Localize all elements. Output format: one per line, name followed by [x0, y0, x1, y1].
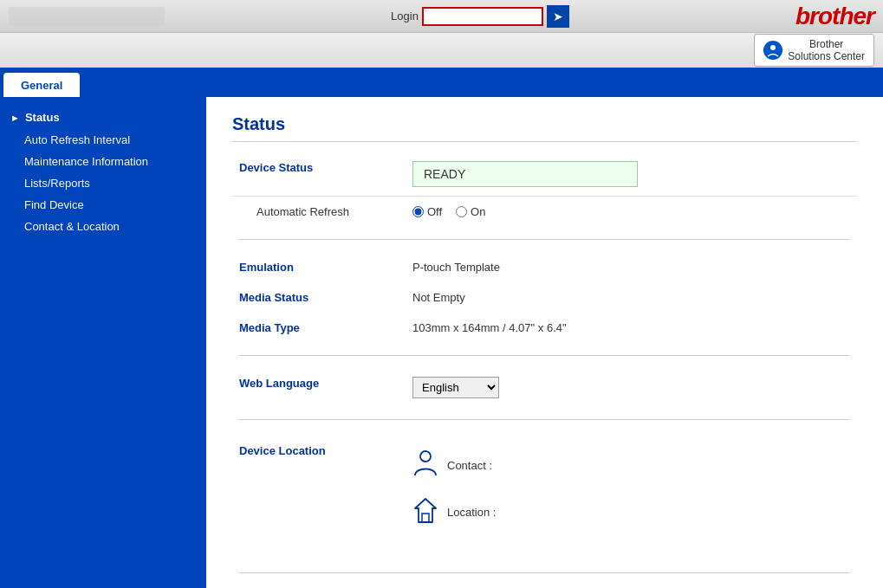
automatic-refresh-row: Automatic Refresh Off On — [232, 197, 857, 228]
media-type-row: Media Type 103mm x 164mm / 4.07" x 6.4" — [232, 313, 857, 343]
refresh-off-option[interactable]: Off — [412, 205, 442, 218]
sidebar-item-lists-reports[interactable]: Lists/Reports — [0, 172, 206, 194]
sidebar: ► Status Auto Refresh Interval Maintenan… — [0, 97, 206, 588]
location-row: Location : — [412, 496, 850, 527]
solutions-label: BrotherSolutions Center — [788, 38, 865, 62]
automatic-refresh-value: Off On — [406, 197, 857, 228]
header-logo-placeholder — [9, 7, 165, 26]
tab-general[interactable]: General — [3, 73, 80, 97]
login-area: Login ➤ — [391, 5, 569, 28]
solutions-bar: BrotherSolutions Center — [0, 33, 883, 69]
media-status-value: Not Empty — [406, 282, 857, 313]
sidebar-item-auto-refresh[interactable]: Auto Refresh Interval — [0, 129, 206, 151]
emulation-value: P-touch Template — [406, 252, 857, 282]
svg-rect-3 — [422, 514, 429, 522]
login-button[interactable]: ➤ — [547, 5, 569, 28]
divider-row-3 — [232, 407, 857, 432]
emulation-row: Emulation P-touch Template — [232, 252, 857, 282]
contact-row: Contact : — [412, 449, 850, 481]
sidebar-item-maintenance[interactable]: Maintenance Information — [0, 151, 206, 172]
sidebar-item-contact-location[interactable]: Contact & Location — [0, 216, 206, 237]
media-status-row: Media Status Not Empty — [232, 282, 857, 313]
divider-row-1 — [232, 227, 857, 252]
sidebar-status-section[interactable]: ► Status — [0, 106, 206, 129]
refresh-radio-group: Off On — [412, 205, 850, 218]
main-layout: ► Status Auto Refresh Interval Maintenan… — [0, 97, 883, 588]
device-status-box: READY — [412, 161, 638, 187]
svg-marker-2 — [415, 499, 436, 522]
refresh-on-label: On — [471, 205, 485, 218]
web-language-label: Web Language — [232, 368, 406, 407]
location-label: Location : — [447, 506, 496, 519]
device-status-value: READY — [406, 152, 857, 197]
device-status-label: Device Status — [232, 152, 406, 197]
device-location-label: Device Location — [232, 432, 406, 560]
media-type-value: 103mm x 164mm / 4.07" x 6.4" — [406, 313, 857, 343]
solutions-icon — [763, 41, 782, 60]
web-language-row: Web Language English French German Spani… — [232, 368, 857, 407]
divider-row-bottom — [232, 560, 857, 585]
device-location-section: Contact : Location : — [412, 441, 850, 552]
person-icon — [412, 449, 438, 481]
divider-row-2 — [232, 343, 857, 368]
web-language-value: English French German Spanish Italian Ja… — [406, 368, 857, 407]
house-icon — [412, 496, 438, 527]
refresh-on-radio[interactable] — [456, 206, 467, 217]
header-bar: Login ➤ brother — [0, 0, 883, 33]
brother-logo: brother — [795, 3, 874, 30]
solutions-center-button[interactable]: BrotherSolutions Center — [754, 34, 874, 67]
status-table: Device Status READY Automatic Refresh Of… — [232, 152, 857, 585]
login-input[interactable] — [422, 7, 543, 26]
media-status-label: Media Status — [232, 282, 406, 313]
refresh-off-label: Off — [427, 205, 442, 218]
refresh-on-option[interactable]: On — [456, 205, 485, 218]
content-area: Status Device Status READY Automatic Ref… — [206, 97, 883, 588]
page-title: Status — [232, 114, 857, 142]
sidebar-arrow-icon: ► — [10, 113, 20, 123]
automatic-refresh-label: Automatic Refresh — [232, 197, 406, 228]
contact-label: Contact : — [447, 459, 492, 472]
sidebar-item-find-device[interactable]: Find Device — [0, 194, 206, 216]
media-type-label: Media Type — [232, 313, 406, 343]
device-location-value: Contact : Location : — [406, 432, 857, 560]
svg-point-1 — [420, 451, 431, 462]
emulation-label: Emulation — [232, 252, 406, 282]
device-status-row: Device Status READY — [232, 152, 857, 197]
sidebar-section-label: Status — [25, 111, 60, 124]
login-label: Login — [391, 10, 419, 23]
login-arrow-icon: ➤ — [553, 10, 563, 23]
tab-bar: General — [0, 69, 883, 97]
svg-point-0 — [770, 45, 776, 50]
refresh-off-radio[interactable] — [412, 206, 424, 217]
web-language-select[interactable]: English French German Spanish Italian Ja… — [412, 377, 499, 398]
device-location-row: Device Location — [232, 432, 857, 560]
